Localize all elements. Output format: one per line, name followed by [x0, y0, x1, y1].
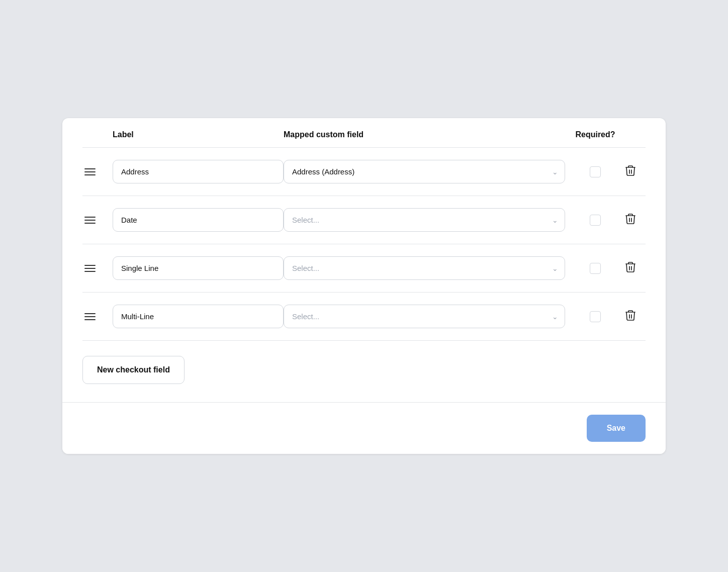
drag-handle-icon[interactable] — [82, 263, 98, 274]
checkout-fields-card: Label Mapped custom field Required? Addr… — [62, 118, 666, 454]
mapped-field-select[interactable]: Select... — [284, 256, 565, 280]
required-checkbox[interactable] — [590, 166, 601, 177]
label-input[interactable] — [113, 208, 284, 232]
header-required: Required? — [575, 130, 615, 139]
required-checkbox[interactable] — [590, 311, 601, 322]
label-input[interactable] — [113, 160, 284, 183]
footer-section: Save — [62, 403, 666, 454]
label-input[interactable] — [113, 256, 284, 280]
drag-handle-icon[interactable] — [82, 215, 98, 226]
delete-row-button[interactable] — [622, 210, 639, 230]
trash-icon — [625, 213, 635, 224]
trash-icon — [625, 261, 635, 272]
header-label: Label — [113, 130, 284, 139]
add-section: New checkout field — [62, 341, 666, 403]
table-row: Select...⌄ — [82, 244, 646, 293]
mapped-field-select[interactable]: Select... — [284, 305, 565, 328]
mapped-field-select[interactable]: Address (Address) — [284, 160, 565, 183]
drag-handle-icon[interactable] — [82, 166, 98, 177]
required-checkbox[interactable] — [590, 263, 601, 274]
save-button[interactable]: Save — [587, 415, 646, 442]
label-input[interactable] — [113, 305, 284, 328]
mapped-field-select[interactable]: Select... — [284, 208, 565, 232]
drag-handle-icon[interactable] — [82, 311, 98, 322]
table-row: Select...⌄ — [82, 293, 646, 341]
table-rows: Address (Address)⌄ Select...⌄ Select...⌄… — [82, 148, 646, 341]
table-section: Label Mapped custom field Required? Addr… — [62, 118, 666, 341]
trash-icon — [625, 165, 635, 176]
required-checkbox[interactable] — [590, 215, 601, 226]
delete-row-button[interactable] — [622, 258, 639, 278]
new-checkout-field-button[interactable]: New checkout field — [82, 356, 185, 384]
header-mapped: Mapped custom field — [284, 130, 575, 139]
table-row: Select...⌄ — [82, 196, 646, 244]
trash-icon — [625, 310, 635, 321]
delete-row-button[interactable] — [622, 162, 639, 181]
table-row: Address (Address)⌄ — [82, 148, 646, 196]
table-header: Label Mapped custom field Required? — [82, 118, 646, 148]
delete-row-button[interactable] — [622, 307, 639, 326]
